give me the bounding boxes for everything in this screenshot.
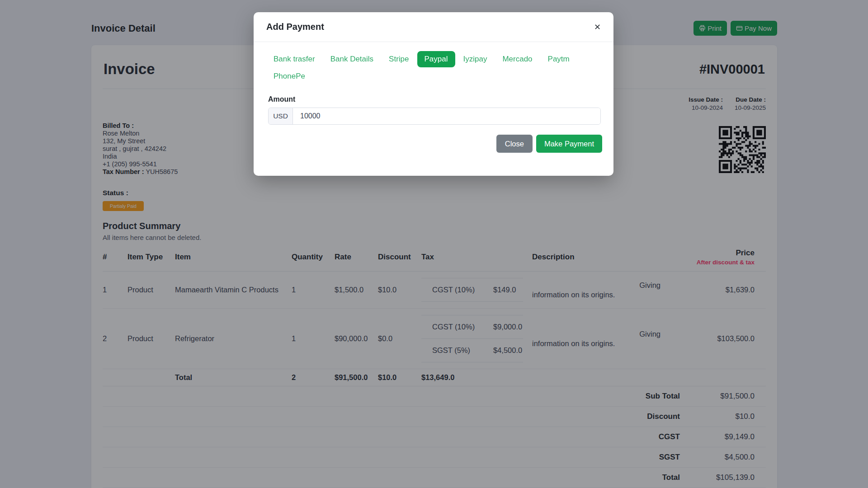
tab-paypal[interactable]: Paypal xyxy=(417,51,455,67)
tab-mercado[interactable]: Mercado xyxy=(495,51,539,67)
payment-method-tabs: Bank trasfer Bank Details Stripe Paypal … xyxy=(254,42,613,84)
modal-title: Add Payment xyxy=(266,22,324,32)
tab-paytm[interactable]: Paytm xyxy=(541,51,577,67)
modal-header: Add Payment ✕ xyxy=(254,12,613,42)
amount-input-group: USD xyxy=(268,108,601,125)
add-payment-modal: Add Payment ✕ Bank trasfer Bank Details … xyxy=(254,12,613,176)
currency-prefix: USD xyxy=(269,108,293,124)
close-icon[interactable]: ✕ xyxy=(594,23,601,31)
close-button[interactable]: Close xyxy=(496,135,533,153)
tab-stripe[interactable]: Stripe xyxy=(382,51,416,67)
amount-input[interactable] xyxy=(293,108,600,124)
tab-phonepe[interactable]: PhonePe xyxy=(266,68,312,84)
modal-body: Amount USD xyxy=(254,84,613,125)
modal-footer: Close Make Payment xyxy=(254,125,613,176)
tab-iyzipay[interactable]: Iyzipay xyxy=(456,51,495,67)
tab-bank-details[interactable]: Bank Details xyxy=(323,51,381,67)
amount-label: Amount xyxy=(268,95,599,103)
make-payment-button[interactable]: Make Payment xyxy=(536,135,602,153)
tab-bank-transfer[interactable]: Bank trasfer xyxy=(266,51,322,67)
